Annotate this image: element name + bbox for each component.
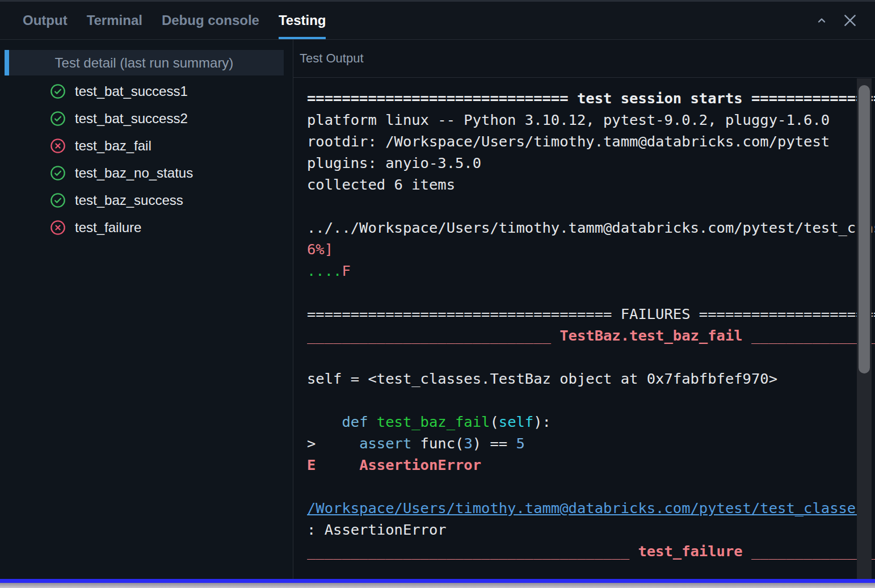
selected-indicator — [5, 50, 9, 75]
terminal-text: plugins: anyio-3.5.0 — [307, 154, 481, 171]
terminal-text: assert — [359, 435, 411, 452]
terminal-text: TestBaz.test_baz_fail — [560, 327, 742, 344]
terminal-text: collected 6 items — [307, 176, 455, 193]
terminal-text: ____________________________ — [307, 327, 560, 344]
terminal-text: AssertionError — [359, 456, 481, 473]
terminal-text: 6%] — [307, 241, 333, 258]
terminal-text — [368, 413, 376, 430]
terminal-text: > — [307, 435, 359, 452]
tab-output[interactable]: Output — [23, 2, 68, 39]
x-circle-icon — [50, 220, 66, 236]
terminal-text: platform linux -- Python 3.10.12, pytest… — [307, 111, 830, 128]
close-panel-button[interactable] — [841, 11, 859, 30]
terminal-text: F — [342, 262, 350, 279]
terminal-text: .... — [307, 262, 342, 279]
terminal-text: test_failure — [638, 543, 742, 560]
terminal-line: def test_baz_fail(self): — [307, 411, 875, 432]
terminal-text: =================================== FAIL… — [307, 305, 875, 322]
collapse-panel-button[interactable] — [815, 14, 828, 27]
panel-bottom-accent — [0, 579, 875, 583]
scrollbar-thumb[interactable] — [859, 85, 870, 373]
terminal-line: self = <test_classes.TestBaz object at 0… — [307, 368, 875, 389]
terminal-line: /Workspace/Users/timothy.tamm@databricks… — [307, 497, 875, 519]
test-status-icon — [50, 192, 66, 208]
terminal-line: collected 6 items — [307, 174, 875, 195]
test-detail-summary-label: Test detail (last run summary) — [55, 55, 234, 71]
test-output-title: Test Output — [300, 51, 364, 66]
panel-controls — [815, 2, 875, 39]
check-circle-icon — [50, 165, 66, 181]
check-circle-icon — [50, 192, 66, 208]
terminal-text: 5 — [516, 435, 525, 452]
terminal-text: self = <test_classes.TestBaz object at 0… — [307, 370, 777, 387]
test-item-test_bat_success2[interactable]: test_bat_success2 — [0, 105, 293, 132]
terminal-text: E — [307, 456, 315, 473]
chevron-up-icon — [815, 14, 828, 27]
test-name-label: test_bat_success2 — [75, 111, 188, 127]
panel-body: Test detail (last run summary) test_bat_… — [0, 40, 875, 579]
terminal-line: ....F — [307, 260, 875, 282]
traceback-file-link[interactable]: /Workspace/Users/timothy.tamm@databricks… — [307, 499, 865, 516]
tab-list: OutputTerminalDebug consoleTesting — [0, 2, 326, 39]
terminal-text: _____________________________________ — [307, 543, 638, 560]
window-edge — [0, 583, 875, 588]
terminal-text: def — [342, 413, 368, 430]
test-status-icon — [50, 165, 66, 181]
tab-debug-console[interactable]: Debug console — [162, 2, 259, 39]
panel-tab-bar: OutputTerminalDebug consoleTesting — [0, 2, 875, 40]
terminal-line: _____________________________________ te… — [307, 540, 875, 562]
test-item-test_baz_fail[interactable]: test_baz_fail — [0, 132, 293, 159]
check-circle-icon — [50, 83, 66, 99]
test-status-icon — [50, 83, 66, 99]
terminal-text: ______________________________ — [743, 543, 875, 560]
test-output-panel: Test Output ============================… — [293, 40, 875, 579]
x-circle-icon — [50, 138, 66, 154]
test-item-test_failure[interactable]: test_failure — [0, 214, 293, 241]
terminal-text: ============================== test sess… — [307, 90, 875, 107]
terminal-text: : AssertionError — [307, 521, 447, 538]
test-item-test_baz_no_status[interactable]: test_baz_no_status — [0, 159, 293, 187]
terminal-text: ( — [490, 413, 498, 430]
terminal-text — [315, 456, 359, 473]
terminal-line: rootdir: /Workspace/Users/timothy.tamm@d… — [307, 131, 875, 152]
terminal-line: > assert func(3) == 5 — [307, 432, 875, 454]
test-detail-summary-item[interactable]: Test detail (last run summary) — [5, 50, 284, 75]
terminal-text: ______________________________________ — [743, 327, 875, 344]
test-status-icon — [50, 111, 66, 127]
testing-panel: OutputTerminalDebug consoleTesting Test … — [0, 0, 875, 588]
terminal-line: ____________________________ TestBaz.tes… — [307, 325, 875, 346]
test-name-label: test_baz_success — [75, 192, 183, 208]
test-item-test_baz_success[interactable]: test_baz_success — [0, 187, 293, 214]
check-circle-icon — [50, 111, 66, 127]
terminal-line: ../../Workspace/Users/timothy.tamm@datab… — [307, 217, 875, 238]
terminal-output: ============================== test sess… — [293, 78, 875, 579]
terminal-text: ../../Workspace/Users/timothy.tamm@datab… — [307, 219, 875, 236]
terminal-line: : AssertionError — [307, 519, 875, 540]
test-output-header: Test Output — [293, 40, 875, 78]
test-name-label: test_baz_fail — [75, 138, 152, 154]
terminal-line — [307, 476, 875, 497]
terminal-line — [307, 282, 875, 303]
test-name-label: test_bat_success1 — [75, 83, 188, 99]
terminal-line: plugins: anyio-3.5.0 — [307, 152, 875, 174]
test-name-label: test_baz_no_status — [75, 165, 193, 181]
terminal-text: func( — [411, 435, 464, 452]
test-item-test_bat_success1[interactable]: test_bat_success1 — [0, 78, 293, 105]
test-name-label: test_failure — [75, 220, 141, 236]
terminal-line — [307, 195, 875, 217]
test-status-icon — [50, 220, 66, 236]
terminal-line: 6%] — [307, 238, 875, 260]
terminal-line: =================================== FAIL… — [307, 303, 875, 325]
test-list-sidebar: Test detail (last run summary) test_bat_… — [0, 40, 293, 579]
tab-testing[interactable]: Testing — [279, 2, 326, 39]
terminal-text: 3 — [464, 435, 472, 452]
terminal-text: ): — [533, 413, 551, 430]
terminal-line: ============================== test sess… — [307, 87, 875, 109]
test-list: test_bat_success1test_bat_success2test_b… — [0, 78, 293, 241]
terminal-text: self — [499, 413, 533, 430]
tab-terminal[interactable]: Terminal — [87, 2, 142, 39]
terminal-text: rootdir: /Workspace/Users/timothy.tamm@d… — [307, 133, 830, 150]
terminal-text — [307, 413, 342, 430]
scrollbar-track[interactable] — [857, 78, 872, 579]
terminal-line: E AssertionError — [307, 454, 875, 476]
